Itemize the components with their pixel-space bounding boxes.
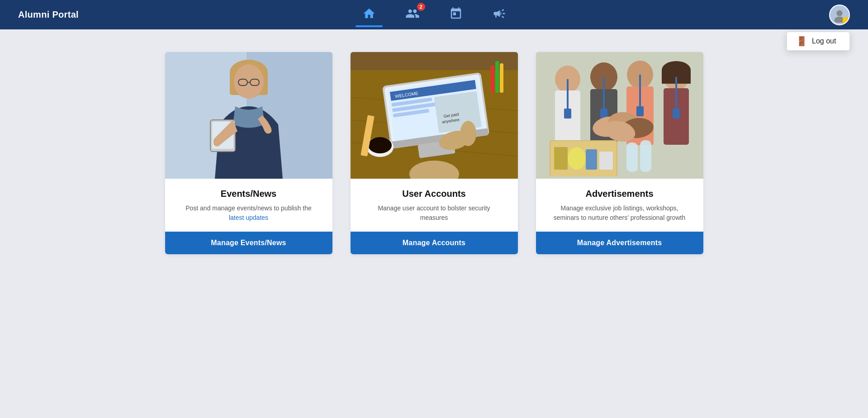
user-avatar-button[interactable] <box>829 5 850 25</box>
card-events-news-image <box>165 52 332 179</box>
card-user-accounts: WELCOME Get paid anywhere <box>351 52 518 254</box>
svg-point-1 <box>836 10 842 16</box>
card-advertisements-title: Advertisements <box>547 189 693 199</box>
svg-point-34 <box>368 137 392 153</box>
card-user-accounts-image: WELCOME Get paid anywhere <box>351 52 518 179</box>
nav-announcements[interactable] <box>491 5 508 24</box>
manage-advertisements-button[interactable]: Manage Advertisements <box>536 232 703 254</box>
card-user-accounts-body: User Accounts Manage user account to bol… <box>351 179 518 232</box>
card-advertisements-body: Advertisements Manage exclusive job list… <box>536 179 703 232</box>
manage-accounts-button[interactable]: Manage Accounts <box>351 232 518 254</box>
avatar <box>829 5 850 25</box>
svg-rect-55 <box>636 106 644 116</box>
main-content: Events/News Post and manage events/news … <box>0 29 868 281</box>
app-title: Alumni Portal <box>18 10 79 20</box>
svg-rect-39 <box>495 61 499 93</box>
card-events-news-desc: Post and manage events/news to publish t… <box>176 204 322 223</box>
main-nav: 2 <box>361 5 508 24</box>
card-advertisements-desc: Manage exclusive job listings, workshops… <box>547 204 693 223</box>
svg-rect-68 <box>554 147 568 170</box>
svg-rect-47 <box>564 109 571 119</box>
svg-rect-73 <box>640 140 651 172</box>
card-events-news: Events/News Post and manage events/news … <box>165 52 332 254</box>
svg-rect-61 <box>673 109 680 119</box>
manage-events-news-button[interactable]: Manage Events/News <box>165 232 332 254</box>
avatar-badge <box>843 17 850 24</box>
svg-rect-38 <box>491 66 494 93</box>
nav-calendar[interactable] <box>448 5 464 24</box>
people-badge: 2 <box>417 3 425 11</box>
svg-rect-40 <box>500 63 503 93</box>
card-user-accounts-desc: Manage user account to bolster security … <box>361 204 507 223</box>
svg-rect-71 <box>599 152 613 170</box>
app-header: Alumni Portal 2 <box>0 0 868 29</box>
nav-home[interactable] <box>361 5 377 24</box>
card-user-accounts-title: User Accounts <box>361 189 507 199</box>
logout-button[interactable]: Log out <box>812 37 836 45</box>
svg-point-37 <box>460 121 476 146</box>
svg-rect-70 <box>586 149 597 170</box>
nav-people[interactable]: 2 <box>404 5 421 24</box>
logout-dropdown: 🚪 Log out <box>787 32 850 51</box>
svg-rect-72 <box>626 142 638 172</box>
card-events-news-body: Events/News Post and manage events/news … <box>165 179 332 232</box>
card-advertisements-image <box>536 52 703 179</box>
svg-point-69 <box>568 147 586 170</box>
card-advertisements: Advertisements Manage exclusive job list… <box>536 52 703 254</box>
logout-icon: 🚪 <box>796 36 807 47</box>
card-events-news-title: Events/News <box>176 189 322 199</box>
